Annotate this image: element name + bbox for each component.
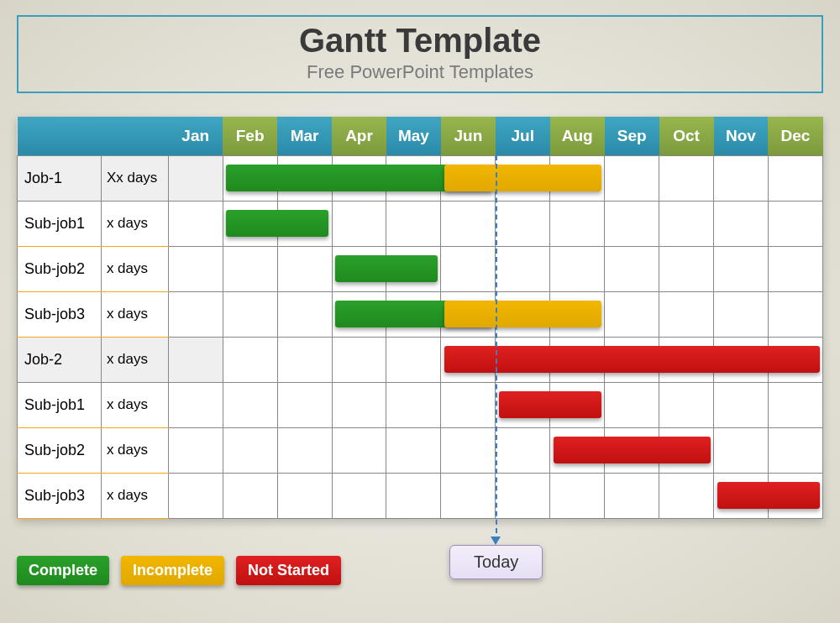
task-duration: x days <box>101 382 168 427</box>
header-duration-col <box>101 117 168 155</box>
month-apr: Apr <box>332 117 386 155</box>
today-arrow-icon <box>491 537 501 545</box>
month-jun: Jun <box>441 117 496 155</box>
header-task-col <box>18 117 102 155</box>
task-name: Sub-job3 <box>18 473 102 518</box>
gantt-bar <box>444 301 601 327</box>
task-name: Job-2 <box>18 337 102 382</box>
month-jul: Jul <box>496 117 550 155</box>
month-aug: Aug <box>550 117 605 155</box>
task-duration: x days <box>101 246 168 291</box>
month-nov: Nov <box>714 117 769 155</box>
task-duration: x days <box>101 337 168 382</box>
task-duration: Xx days <box>101 155 168 201</box>
gantt-bar <box>554 437 711 463</box>
task-name: Sub-job1 <box>18 201 102 246</box>
gantt-chart: Jan Feb Mar Apr May Jun Jul Aug Sep Oct … <box>17 117 823 519</box>
gantt-bar <box>335 255 438 282</box>
gantt-bar <box>444 346 820 373</box>
gantt-bar <box>444 165 601 191</box>
task-name: Sub-job1 <box>18 382 102 427</box>
today-line <box>496 155 497 542</box>
header-row: Jan Feb Mar Apr May Jun Jul Aug Sep Oct … <box>18 117 823 155</box>
task-name: Sub-job2 <box>18 246 102 291</box>
page-title: Gantt Template <box>18 22 822 60</box>
task-name: Sub-job3 <box>18 291 102 337</box>
gantt-bar <box>499 391 601 418</box>
legend: Complete Incomplete Not Started <box>17 556 341 585</box>
task-duration: x days <box>101 201 168 246</box>
task-name: Sub-job2 <box>18 427 102 473</box>
legend-notstarted: Not Started <box>236 556 341 585</box>
task-duration: x days <box>101 427 168 473</box>
month-feb: Feb <box>223 117 277 155</box>
title-block: Gantt Template Free PowerPoint Templates <box>17 15 823 93</box>
month-dec: Dec <box>768 117 822 155</box>
task-name: Job-1 <box>18 155 102 201</box>
page-subtitle: Free PowerPoint Templates <box>18 61 822 83</box>
legend-complete: Complete <box>17 556 109 585</box>
gantt-bar <box>226 210 328 237</box>
task-duration: x days <box>101 291 168 337</box>
gantt-bar <box>717 482 820 509</box>
today-label: Today <box>474 552 518 571</box>
task-duration: x days <box>101 473 168 518</box>
month-jan: Jan <box>168 117 223 155</box>
month-sep: Sep <box>605 117 659 155</box>
legend-incomplete: Incomplete <box>121 556 224 585</box>
today-marker: Today <box>449 545 543 579</box>
slide: Gantt Template Free PowerPoint Templates… <box>0 0 840 623</box>
month-mar: Mar <box>277 117 332 155</box>
month-oct: Oct <box>659 117 714 155</box>
month-may: May <box>386 117 441 155</box>
